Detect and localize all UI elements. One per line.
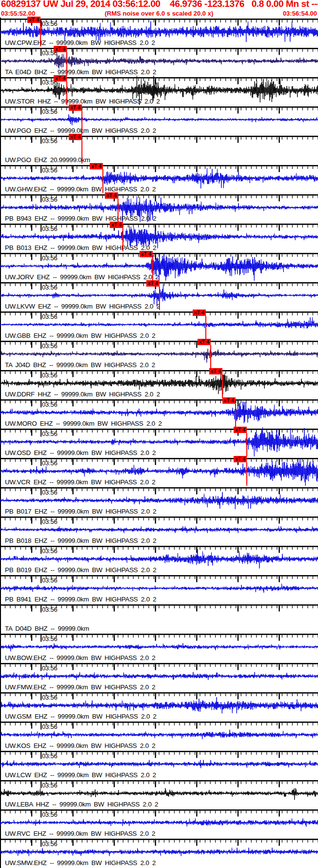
station-label: UW.LCW EHZ -- 99999.0km BW HIGHPASS 2.0 … bbox=[5, 771, 156, 779]
trace-row-UW.KOS.EHZ: 03:56UW.KOS EHZ -- 99999.0km BW HIGHPASS… bbox=[0, 721, 318, 750]
station-label: UW.JORV EHZ -- 99999.0km BW HIGHPASS 2.0… bbox=[5, 273, 159, 281]
trace-row-PB.B017.EHZ: 03:56PB B017 EHZ -- 99999.0km BW HIGHPAS… bbox=[0, 486, 318, 516]
minute-label: 03:56 bbox=[42, 254, 58, 262]
pick-flag[interactable]: xT 4 bbox=[139, 251, 153, 257]
pick-flag[interactable]: xT 4 bbox=[234, 427, 247, 433]
pick-time-line bbox=[159, 287, 160, 310]
station-label: UW.KOS EHZ -- 99999.0km BW HIGHPASS 2.0 … bbox=[5, 742, 156, 749]
time-window-header: 03:55:52.00 (RMS noise over 6.0 s scaled… bbox=[1, 10, 317, 17]
trace-row-UW.GBB.EHZ: 03:56xT 4UW.GBB EHZ -- 99999.0km BW HIGH… bbox=[0, 310, 318, 340]
trace-row-UW.RVC.EHZ: 03:56UW.RVC EHZ -- 99999.0km BW HIGHPASS… bbox=[0, 808, 318, 838]
pick-flag[interactable]: xT 4 bbox=[90, 163, 103, 169]
pick-flag[interactable]: xT 4 bbox=[69, 104, 82, 111]
station-label: PB B013 EHZ -- 99999.0km BW HIGHPASS 2.0… bbox=[5, 244, 157, 251]
minute-label: 03:56 bbox=[42, 430, 58, 437]
trace-row-UW.MORO.EHZ: 03:56xT 4UW.MORO EHZ -- 99999.0km BW HIG… bbox=[0, 398, 318, 428]
pick-time-line bbox=[210, 345, 211, 369]
trace-row-UW.LKVW.EHZ: 03:56xT 4UW.LKVW EHZ -- 99999.0km BW HIG… bbox=[0, 281, 318, 310]
minute-label: 03:56 bbox=[42, 225, 58, 232]
station-label: PB B018 EHZ -- 99999.0km BW HIGHPASS 2.0… bbox=[5, 537, 157, 544]
pick-flag[interactable]: xT 4 bbox=[198, 339, 211, 345]
minute-label: 03:56 bbox=[42, 342, 58, 350]
minute-label: 03:56 bbox=[42, 196, 58, 203]
pick-time-line bbox=[81, 140, 82, 164]
pick-flag[interactable]: xT 4 bbox=[222, 397, 236, 404]
pick-flag[interactable]: xT 4 bbox=[146, 280, 159, 287]
station-label: PB B943 EHZ -- 99999.0km BW HIGHPASS 2.0… bbox=[5, 215, 157, 222]
station-label: UW.FMW.EHZ -- 99999.0km BW HIGHPASS 2.0 … bbox=[5, 683, 156, 691]
pick-flag[interactable]: xT 4 bbox=[105, 192, 118, 199]
window-start-time: 03:55:52.00 bbox=[1, 10, 35, 17]
station-label: UW.RVC EHZ -- 99999.0km BW HIGHPASS 2.0 … bbox=[5, 830, 155, 837]
minute-label: 03:56 bbox=[42, 606, 58, 613]
station-label: UW.MORO EHZ -- 99999.0km BW HIGHPASS 2.0… bbox=[5, 420, 162, 427]
pick-flag[interactable]: xT 4 bbox=[54, 46, 67, 52]
minute-label: 03:56 bbox=[42, 284, 58, 291]
pick-time-line bbox=[152, 257, 153, 281]
trace-row-UW.FMW.EHZ: 03:56UW.FMW.EHZ -- 99999.0km BW HIGHPASS… bbox=[0, 662, 318, 691]
station-label: PB B017 EHZ -- 99999.0km BW HIGHPASS 2.0… bbox=[5, 508, 157, 515]
pick-flag[interactable]: xT 4 bbox=[54, 75, 67, 82]
event-summary-text: 60829137 UW Jul 29, 2014 03:56:12.00 46.… bbox=[1, 0, 318, 9]
minute-label: 03:56 bbox=[42, 459, 58, 467]
station-label: UW.PGO EHZ -- 99999.0km BW HIGHPASS 2.0 … bbox=[5, 127, 156, 134]
pick-flag[interactable]: xT 4 bbox=[27, 17, 40, 23]
trace-row-TA.J04D.BHZ: 03:56xT 4TA J04D BHZ -- 99999.0km BW HIG… bbox=[0, 340, 318, 369]
pick-flag[interactable]: xT 4 bbox=[209, 368, 222, 374]
station-label: UW.SMW.EHZ -- 99999.0km BW HIGHPASS 2.0 … bbox=[5, 859, 156, 867]
pick-time-line bbox=[205, 316, 206, 339]
station-label: UW.LEBA HHZ -- 99999.0km BW HIGHPASS 2.0… bbox=[5, 801, 158, 808]
minute-label: 03:56 bbox=[42, 782, 58, 789]
minute-label: 03:56 bbox=[42, 840, 58, 847]
pick-time-line bbox=[102, 169, 103, 193]
trace-row-UW.LCW.EHZ: 03:56UW.LCW EHZ -- 99999.0km BW HIGHPASS… bbox=[0, 750, 318, 779]
pick-time-line bbox=[122, 228, 123, 251]
minute-label: 03:56 bbox=[42, 20, 58, 27]
trace-row-TA.D04D.BHZ: 03:56TA D04D BHZ -- 99999.0km bbox=[0, 603, 318, 633]
minute-label: 03:56 bbox=[42, 372, 58, 379]
pick-flag[interactable]: xT 4 bbox=[234, 456, 247, 462]
trace-row-UW.LEBA.HHZ: 03:56UW.LEBA HHZ -- 99999.0km BW HIGHPAS… bbox=[0, 779, 318, 808]
station-label: UW.LKVW EHZ -- 99999.0km BW HIGHPASS 2.0… bbox=[5, 303, 160, 310]
trace-row-UW.BOW.EHZ: 03:56UW.BOW.EHZ -- 99999.0km BW HIGHPASS… bbox=[0, 633, 318, 662]
trace-row-UW.JORV.EHZ: 03:56xT 4UW.JORV EHZ -- 99999.0km BW HIG… bbox=[0, 252, 318, 281]
minute-label: 03:56 bbox=[42, 547, 58, 555]
pick-time-line bbox=[66, 82, 67, 105]
station-label: TA J04D BHZ -- 99999.0km BW HIGHPASS 2.0… bbox=[5, 361, 155, 369]
pick-flag[interactable]: xT 4 bbox=[193, 310, 206, 316]
minute-label: 03:56 bbox=[42, 811, 58, 818]
pick-time-line bbox=[222, 374, 223, 398]
scaling-note: (RMS noise over 6.0 s scaled 20.0 x) bbox=[105, 10, 214, 17]
minute-label: 03:56 bbox=[42, 577, 58, 584]
trace-row-PB.B013.EHZ: 03:56xT 4PB B013 EHZ -- 99999.0km BW HIG… bbox=[0, 223, 318, 252]
station-label: UW.STOR HHZ -- 99999.0km BW HIGHPASS 2.0… bbox=[5, 98, 160, 105]
pick-time-line bbox=[246, 462, 247, 486]
station-label: UW.OSD EHZ -- 99999.0km BW HIGHPASS 2.0 … bbox=[5, 449, 156, 456]
minute-label: 03:56 bbox=[42, 313, 58, 320]
trace-row-UW.OSD.EHZ: 03:56xT 4UW.OSD EHZ -- 99999.0km BW HIGH… bbox=[0, 428, 318, 457]
pick-flag[interactable]: xT 4 bbox=[69, 134, 82, 140]
station-label: UW.GHW.EHZ -- 99999.0km BW HIGHPASS 2.0 … bbox=[5, 186, 156, 193]
trace-row-TA.E04D.BHZ: 03:56xT 4TA E04D BHZ -- 99999.0km BW HIG… bbox=[0, 47, 318, 76]
minute-label: 03:56 bbox=[42, 401, 58, 408]
minute-label: 03:56 bbox=[42, 489, 58, 496]
pick-time-line bbox=[118, 199, 119, 222]
trace-row-UW.DDRF.HHZ: 03:56xT 4UW.DDRF HHZ -- 99999.0km BW HIG… bbox=[0, 369, 318, 398]
trace-row-PB.B941.EHZ: 03:56PB B941 EHZ -- 99999.0km BW HIGHPAS… bbox=[0, 574, 318, 603]
event-header: 60829137 UW Jul 29, 2014 03:56:12.00 46.… bbox=[1, 0, 317, 9]
pick-flag[interactable]: xT 4 bbox=[110, 222, 123, 228]
pick-time-line bbox=[246, 433, 247, 456]
station-label: UW.GSM EHZ -- 99999.0km BW HIGHPASS 2.0 … bbox=[5, 713, 157, 720]
station-label: TA D04D BHZ -- 99999.0km bbox=[5, 625, 89, 632]
station-label: TA E04D BHZ -- 99999.0km BW HIGHPASS 2.0… bbox=[5, 68, 156, 76]
station-label: UW.VCR EHZ -- 99999.0km BW HIGHPASS 2.0 … bbox=[5, 478, 156, 486]
trace-row-UW.GHW.EHZ: 03:56xT 4UW.GHW.EHZ -- 99999.0km BW HIGH… bbox=[0, 164, 318, 193]
seismic-waveform-viewer: 60829137 UW Jul 29, 2014 03:56:12.00 46.… bbox=[0, 0, 318, 868]
trace-row-UW.PGO.EHZ.20: 03:56xT 4UW.PGO EHZ 20.99999.0km bbox=[0, 135, 318, 164]
station-label: UW.PGO EHZ 20.99999.0km bbox=[5, 156, 90, 164]
pick-time-line bbox=[40, 23, 41, 46]
trace-row-PB.B943.EHZ: 03:56xT 4PB B943 EHZ -- 99999.0km BW HIG… bbox=[0, 193, 318, 223]
station-label: UW.GBB EHZ -- 99999.0km BW HIGHPASS 2.0 … bbox=[5, 332, 156, 339]
station-label: UW.BOW.EHZ -- 99999.0km BW HIGHPASS 2.0 … bbox=[5, 654, 156, 661]
minute-label: 03:56 bbox=[42, 694, 58, 701]
